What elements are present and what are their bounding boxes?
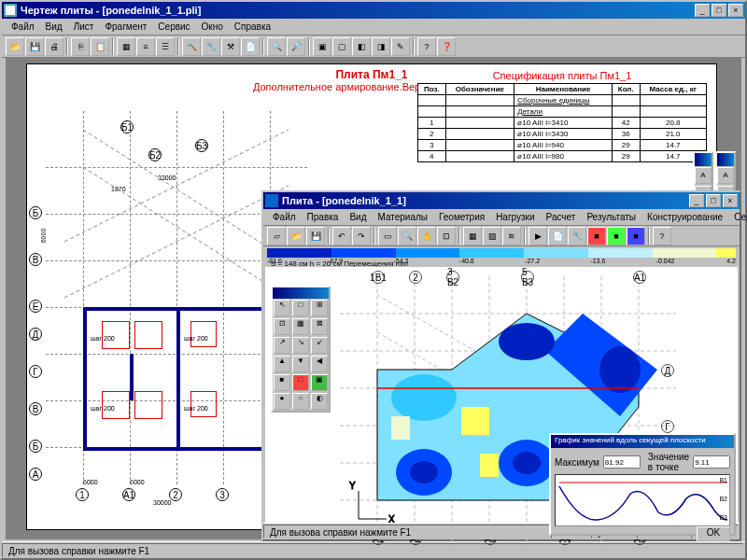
ana-maximize-button[interactable]: □ (706, 194, 721, 207)
eraser2-icon[interactable]: ◨ (372, 37, 390, 56)
ana-close-button[interactable]: × (723, 194, 738, 207)
ana-tools-icon[interactable]: 🔧 (568, 227, 586, 245)
pal2-btn[interactable]: A (717, 167, 734, 184)
ap-btn[interactable]: ▼ (292, 356, 309, 372)
ana-run-icon[interactable]: ▶ (529, 227, 547, 245)
ap-btn[interactable]: ↘ (292, 337, 309, 354)
pal1-btn[interactable]: A (695, 167, 712, 184)
pencil-icon[interactable]: ✎ (391, 37, 410, 56)
ana-new-icon[interactable]: ▱ (267, 227, 286, 245)
ana-zoom-icon[interactable]: 🔍 (398, 227, 416, 245)
grid-mark: Б (29, 440, 42, 453)
ana-select-icon[interactable]: ▭ (378, 227, 397, 245)
menu-view[interactable]: Вид (40, 21, 68, 32)
ap-btn[interactable]: ↙ (311, 337, 328, 354)
menu-service[interactable]: Сервис (152, 21, 195, 32)
ana-tool-palette[interactable]: ↖□⊞ ⊡▦⊠ ↗↘↙ ▲▼◀ ■□▣ ●○◐ (271, 286, 331, 413)
help-icon[interactable]: ? (417, 37, 436, 56)
ana-grid-mark: 5 В3 (521, 271, 534, 284)
ana-color-icon[interactable]: ■ (587, 227, 606, 245)
cascade-icon[interactable]: ▢ (332, 37, 351, 56)
ana-menu-service[interactable]: Сервис (728, 212, 747, 222)
ana-contour-icon[interactable]: ▧ (483, 227, 501, 245)
ana-fit-icon[interactable]: ⊡ (437, 227, 456, 245)
ap-btn[interactable]: ◐ (311, 393, 328, 410)
ana-minimize-button[interactable]: _ (689, 194, 704, 207)
ap-btn[interactable]: ● (274, 393, 290, 410)
ana-titlebar[interactable]: Плита - [ponedelnik_1_1] _ □ × (263, 192, 740, 209)
ana-menu-view[interactable]: Вид (344, 212, 372, 222)
grid-mark: Е (29, 300, 42, 313)
ap-btn[interactable]: ▦ (292, 318, 309, 335)
hammer2-icon[interactable]: ⚒ (221, 37, 240, 56)
menu-help[interactable]: Справка (229, 21, 276, 32)
ap-btn[interactable]: ⊠ (311, 318, 328, 335)
maximize-button[interactable]: □ (712, 4, 726, 17)
ana-menu-edit[interactable]: Правка (302, 212, 345, 222)
zoomout-icon[interactable]: 🔎 (287, 37, 305, 56)
ana-menu-results[interactable]: Результаты (581, 212, 641, 222)
ana-menu-calc[interactable]: Расчет (541, 212, 582, 222)
copy-icon[interactable]: ⎘ (71, 37, 90, 56)
ap-btn[interactable]: ■ (274, 374, 290, 391)
col-pos: Поз. (418, 84, 446, 95)
dimension: 6000 (83, 479, 98, 485)
col-qty: Кол. (612, 84, 640, 95)
dimension: 6000 (130, 479, 145, 485)
ap-btn[interactable]: ⊡ (274, 318, 290, 335)
ap-btn[interactable]: ▣ (311, 374, 328, 391)
ap-btn[interactable]: ▲ (274, 356, 290, 372)
open-icon[interactable]: 📂 (6, 37, 24, 56)
ana-menu-loads[interactable]: Нагрузки (490, 212, 540, 222)
menu-window[interactable]: Окно (196, 21, 229, 32)
print-icon[interactable]: 🖨 (45, 37, 63, 56)
zoomin-icon[interactable]: 🔍 (267, 37, 286, 56)
whatsthis-icon[interactable]: ❓ (437, 37, 456, 56)
minimize-button[interactable]: _ (695, 4, 710, 17)
ap-btn[interactable]: ⊞ (311, 300, 328, 316)
ana-status-hint: Для вызова справки нажмите F1 (263, 525, 549, 539)
layers-icon[interactable]: ≡ (136, 37, 155, 56)
graph-ok-button[interactable]: OK (697, 526, 730, 541)
grid-mark: А1 (122, 488, 135, 501)
menu-fragment[interactable]: Фрагмент (99, 21, 152, 32)
tile-icon[interactable]: ▣ (313, 37, 331, 56)
menu-file[interactable]: Файл (6, 21, 40, 32)
ana-undo-icon[interactable]: ↶ (332, 227, 351, 245)
ana-pan-icon[interactable]: ✋ (417, 227, 436, 245)
wrench-icon[interactable]: 🔧 (202, 37, 220, 56)
ana-menu-geometry[interactable]: Геометрия (433, 212, 490, 222)
graph-title: График значений вдоль секущей плоскости (551, 435, 734, 448)
ana-help-icon[interactable]: ? (653, 227, 671, 245)
ap-btn[interactable]: ○ (292, 393, 309, 410)
menu-sheet[interactable]: Лист (68, 21, 100, 32)
ap-btn[interactable]: ◀ (311, 356, 328, 372)
max-input[interactable] (603, 455, 641, 469)
grid-icon[interactable]: ▦ (117, 37, 135, 56)
ap-btn[interactable]: □ (292, 374, 309, 391)
ap-btn[interactable]: □ (292, 300, 309, 316)
ana-color3-icon[interactable]: ■ (627, 227, 645, 245)
page-icon[interactable]: 📄 (241, 37, 260, 56)
props-icon[interactable]: ☰ (156, 37, 175, 56)
section-graph-panel[interactable]: График значений вдоль секущей плоскости … (549, 433, 736, 536)
close-button[interactable]: × (728, 4, 743, 17)
save-icon[interactable]: 💾 (25, 37, 44, 56)
paste-icon[interactable]: 📋 (91, 37, 109, 56)
ap-btn[interactable]: ↗ (274, 337, 290, 354)
ana-mesh-icon[interactable]: ▦ (463, 227, 482, 245)
pt-input[interactable] (693, 455, 730, 469)
ap-btn[interactable]: ↖ (274, 300, 290, 316)
ana-menu-materials[interactable]: Материалы (372, 212, 433, 222)
ana-iso-icon[interactable]: ≋ (502, 227, 521, 245)
ana-menu-file[interactable]: Файл (267, 212, 302, 222)
ana-report-icon[interactable]: 📄 (548, 227, 567, 245)
ana-color2-icon[interactable]: ■ (607, 227, 626, 245)
grid-mark: Г (29, 365, 42, 378)
ana-menu-construct[interactable]: Конструирование (641, 212, 728, 222)
eraser-icon[interactable]: ◧ (352, 37, 371, 56)
ana-save-icon[interactable]: 💾 (306, 227, 325, 245)
ana-redo-icon[interactable]: ↷ (352, 227, 371, 245)
ana-open-icon[interactable]: 📂 (287, 227, 305, 245)
hammer-icon[interactable]: 🔨 (182, 37, 201, 56)
